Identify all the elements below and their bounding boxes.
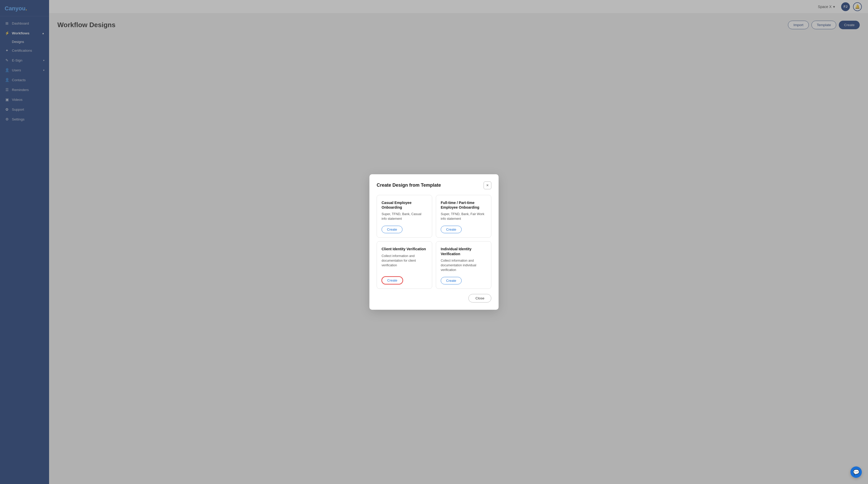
card-title: Full-time / Part-time Employee Onboardin… — [441, 200, 487, 210]
modal-title: Create Design from Template — [377, 182, 441, 188]
template-card-fulltime-onboarding: Full-time / Part-time Employee Onboardin… — [436, 195, 491, 238]
card-description: Super, TFND, Bank, Fair Work info statem… — [441, 212, 487, 221]
card-description: Collect information and documentation in… — [441, 258, 487, 272]
template-card-client-identity: Client Identity Verification Collect inf… — [377, 241, 432, 289]
card-title: Individual Identity Verification — [441, 247, 487, 256]
card-title: Client Identity Verification — [381, 247, 427, 251]
card-create-button-individual-identity[interactable]: Create — [441, 277, 462, 284]
chat-bubble-button[interactable]: 💬 — [850, 466, 862, 478]
card-description: Collect information and documentation fo… — [381, 254, 427, 272]
card-title: Casual Employee Onboarding — [381, 200, 427, 210]
template-card-individual-identity: Individual Identity Verification Collect… — [436, 241, 491, 289]
create-template-modal: Create Design from Template × Casual Emp… — [369, 174, 499, 310]
card-create-button-casual[interactable]: Create — [381, 226, 402, 233]
template-cards-grid: Casual Employee Onboarding Super, TFND, … — [377, 195, 491, 289]
card-description: Super, TFND, Bank, Casual info statement — [381, 212, 427, 221]
card-create-button-fulltime[interactable]: Create — [441, 226, 462, 233]
modal-footer: Close — [377, 294, 491, 303]
template-card-casual-onboarding: Casual Employee Onboarding Super, TFND, … — [377, 195, 432, 238]
modal-header: Create Design from Template × — [377, 181, 491, 189]
modal-overlay: Create Design from Template × Casual Emp… — [0, 0, 868, 484]
chat-icon: 💬 — [853, 469, 860, 475]
modal-close-button[interactable]: × — [484, 181, 491, 189]
card-create-button-client-identity[interactable]: Create — [381, 276, 403, 284]
modal-footer-close-button[interactable]: Close — [468, 294, 491, 303]
